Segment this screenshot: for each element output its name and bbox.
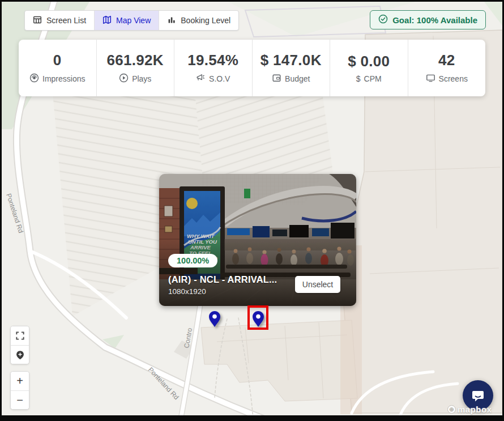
- map-pin[interactable]: [208, 311, 221, 328]
- tab-booking-level[interactable]: Booking Level: [159, 11, 238, 30]
- pin-plus-icon: [15, 350, 25, 360]
- tab-screen-list[interactable]: Screen List: [25, 11, 94, 30]
- screen-icon: [426, 73, 435, 84]
- megaphone-icon: [196, 73, 206, 84]
- check-circle-icon: [378, 14, 388, 25]
- goal-status-badge[interactable]: Goal: 100% Available: [370, 10, 486, 29]
- mapbox-attribution[interactable]: ⊕ mapbox: [447, 405, 492, 414]
- view-tabbar: Screen List Map View Booking Level: [24, 10, 239, 31]
- app-window: Ponteland Rd Ponteland Rd Contro Screen …: [0, 0, 504, 421]
- plays-value: 661.92K: [107, 52, 164, 69]
- mapbox-wordmark: mapbox: [458, 405, 492, 414]
- eye-icon: [29, 73, 39, 84]
- unselect-button[interactable]: Unselect: [295, 276, 340, 293]
- selected-pin-highlight-box: [247, 305, 268, 330]
- zoom-in-button[interactable]: +: [11, 372, 29, 390]
- stat-budget: $ 147.0K Budget: [252, 40, 330, 96]
- map-tools-group: [10, 326, 29, 364]
- stat-cpm: $ 0.00 $ CPM: [330, 40, 408, 96]
- budget-value: $ 147.0K: [260, 52, 322, 69]
- campaign-stats-card: 0 Impressions 661.92K: [19, 40, 485, 96]
- table-icon: [33, 15, 42, 26]
- availability-badge: 100.00%: [168, 254, 217, 267]
- mapbox-icon: ⊕: [447, 405, 456, 414]
- tab-label: Booking Level: [181, 16, 230, 25]
- screen-popup-card: WHY WAIT UNTIL YOU ARRIVE TO FEEL AWESOM…: [159, 174, 356, 306]
- screen-title: (AIR) - NCL - ARRIVAL...: [168, 274, 277, 285]
- stat-impressions: 0 Impressions: [19, 40, 96, 96]
- play-circle-icon: [119, 73, 129, 84]
- sov-label-plays: Plays: [132, 74, 151, 83]
- zoom-controls-group: + −: [10, 371, 29, 410]
- zoom-out-button[interactable]: −: [11, 390, 29, 409]
- wallet-icon: [272, 73, 281, 84]
- stat-sov: 19.54% S.O.V: [174, 40, 252, 96]
- tab-label: Screen List: [46, 16, 86, 25]
- stat-screens: 42 Screens: [408, 40, 486, 96]
- chat-bubble-icon: [471, 388, 485, 403]
- bar-chart-icon: [167, 15, 176, 26]
- goal-badge-label: Goal: 100% Available: [392, 15, 477, 25]
- sov-value: 19.54%: [187, 52, 238, 69]
- fullscreen-button[interactable]: [11, 326, 29, 345]
- screens-value: 42: [438, 52, 455, 69]
- sov-label: S.O.V: [209, 74, 230, 83]
- tab-map-view[interactable]: Map View: [94, 11, 159, 30]
- map-viewport: Ponteland Rd Ponteland Rd Contro Screen …: [2, 2, 502, 415]
- dollar-icon: $: [356, 74, 361, 83]
- cpm-label: CPM: [364, 74, 382, 83]
- budget-label: Budget: [285, 74, 310, 83]
- screens-label: Screens: [439, 74, 468, 83]
- impressions-label: Impressions: [42, 74, 85, 83]
- impressions-value: 0: [53, 52, 62, 69]
- stat-plays: 661.92K Plays: [96, 40, 174, 96]
- map-icon: [102, 15, 112, 26]
- locate-pin-button[interactable]: [11, 345, 29, 364]
- screen-resolution: 1080x1920: [168, 287, 206, 296]
- cpm-value: $ 0.00: [348, 53, 390, 70]
- tab-label: Map View: [116, 16, 151, 25]
